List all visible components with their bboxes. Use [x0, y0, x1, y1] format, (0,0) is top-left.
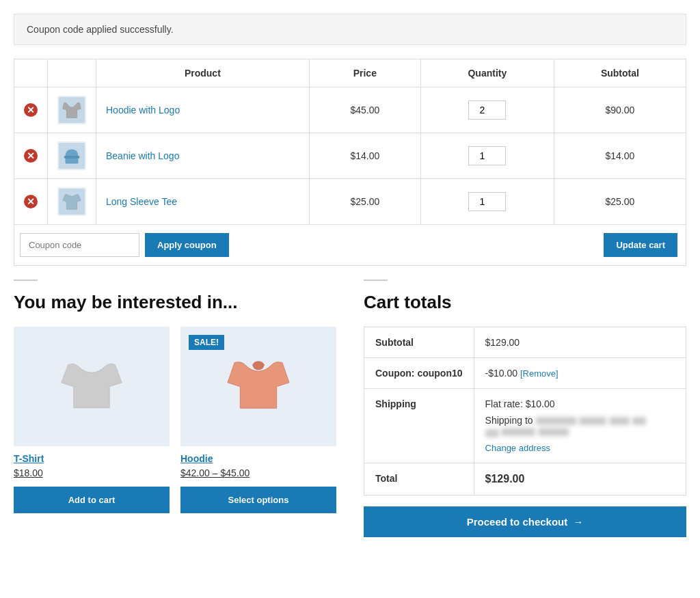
totals-divider	[364, 280, 388, 281]
remove-coupon-link[interactable]: [Remove]	[520, 368, 558, 379]
quantity-cell	[420, 179, 554, 225]
totals-shipping-cell: Flat rate: $10.00 Shipping to Change add…	[474, 389, 686, 463]
totals-label: Total	[364, 463, 474, 495]
remove-cell: ✕	[14, 133, 48, 179]
totals-table: Subtotal$129.00Coupon: coupon10 -$10.00 …	[364, 327, 686, 495]
product-card-price: $42.00 – $45.00	[180, 467, 336, 478]
product-card: SALE! Hoodie $42.00 – $45.00 Select opti…	[180, 327, 336, 513]
products-grid: T-Shirt $18.00 Add to cart SALE! Hoodie …	[14, 327, 336, 513]
interested-divider	[14, 280, 38, 281]
product-card: T-Shirt $18.00 Add to cart	[14, 327, 170, 513]
flat-rate-text: Flat rate: $10.00	[485, 398, 675, 409]
quantity-input[interactable]	[468, 146, 506, 165]
col-price: Price	[309, 59, 420, 87]
subtotal-cell: $14.00	[554, 133, 686, 179]
checkout-label: Proceed to checkout	[467, 516, 568, 528]
change-address-link[interactable]: Change address	[485, 443, 675, 453]
table-row: ✕ Beanie with Logo $14.00 $14.00	[14, 133, 686, 179]
add-to-cart-button[interactable]: Add to cart	[14, 487, 170, 513]
product-card-price: $18.00	[14, 467, 170, 478]
interested-title: You may be interested in...	[14, 292, 336, 313]
price-cell: $25.00	[309, 179, 420, 225]
col-remove	[14, 59, 48, 87]
thumb-cell	[48, 87, 96, 133]
sale-badge: SALE!	[189, 335, 224, 350]
interested-section: You may be interested in... T-Shirt $18.…	[14, 280, 336, 537]
table-row: ✕ Hoodie with Logo $45.00 $90.00	[14, 87, 686, 133]
product-thumbnail	[57, 141, 86, 170]
col-product: Product	[96, 59, 310, 87]
proceed-to-checkout-button[interactable]: Proceed to checkout →	[364, 506, 686, 537]
notice-text: Coupon code applied successfully.	[27, 24, 174, 35]
price-cell: $45.00	[309, 87, 420, 133]
update-cart-button[interactable]: Update cart	[604, 233, 677, 257]
product-name-cell: Hoodie with Logo	[96, 87, 310, 133]
product-name-cell: Beanie with Logo	[96, 133, 310, 179]
product-image	[224, 351, 293, 422]
totals-label: Subtotal	[364, 327, 474, 358]
quantity-input[interactable]	[468, 192, 506, 211]
shipping-to-text: Shipping to	[485, 415, 675, 437]
cart-totals-section: Cart totals Subtotal$129.00Coupon: coupo…	[364, 280, 686, 537]
apply-coupon-button[interactable]: Apply coupon	[145, 233, 229, 257]
product-link[interactable]: Long Sleeve Tee	[106, 196, 177, 207]
totals-label: Shipping	[364, 389, 474, 463]
totals-label: Coupon: coupon10	[364, 358, 474, 389]
cart-table: Product Price Quantity Subtotal ✕ Hoodie…	[14, 59, 686, 266]
checkout-arrow: →	[573, 516, 583, 528]
product-image-wrap	[14, 327, 170, 446]
cart-totals-title: Cart totals	[364, 292, 686, 313]
product-image-wrap: SALE!	[180, 327, 336, 446]
product-link[interactable]: Beanie with Logo	[106, 150, 179, 161]
svg-rect-3	[64, 156, 80, 159]
totals-total-cell: $129.00	[474, 463, 686, 495]
product-name-cell: Long Sleeve Tee	[96, 179, 310, 225]
product-link[interactable]: Hoodie with Logo	[106, 105, 180, 115]
remove-cell: ✕	[14, 179, 48, 225]
product-card-name[interactable]: T-Shirt	[14, 453, 170, 464]
totals-row: Subtotal$129.00	[364, 327, 686, 358]
quantity-cell	[420, 87, 554, 133]
product-image	[57, 355, 126, 418]
subtotal-cell: $25.00	[554, 179, 686, 225]
totals-row: Coupon: coupon10 -$10.00 [Remove]	[364, 358, 686, 389]
price-cell: $14.00	[309, 133, 420, 179]
success-notice: Coupon code applied successfully.	[14, 14, 686, 45]
quantity-cell	[420, 133, 554, 179]
subtotal-cell: $90.00	[554, 87, 686, 133]
remove-icon[interactable]: ✕	[24, 149, 38, 163]
remove-cell: ✕	[14, 87, 48, 133]
totals-value-cell: -$10.00 [Remove]	[474, 358, 686, 389]
thumb-cell	[48, 179, 96, 225]
table-row: ✕ Long Sleeve Tee $25.00 $25.00	[14, 179, 686, 225]
coupon-input[interactable]	[20, 233, 139, 257]
col-thumb	[48, 59, 96, 87]
select-options-button[interactable]: Select options	[180, 487, 336, 513]
product-thumbnail	[57, 187, 86, 216]
totals-row: Total $129.00	[364, 463, 686, 495]
col-quantity: Quantity	[420, 59, 554, 87]
totals-row: Shipping Flat rate: $10.00 Shipping to C…	[364, 389, 686, 463]
totals-value-cell: $129.00	[474, 327, 686, 358]
col-subtotal: Subtotal	[554, 59, 686, 87]
product-card-name[interactable]: Hoodie	[180, 453, 336, 464]
remove-icon[interactable]: ✕	[24, 103, 38, 117]
quantity-input[interactable]	[468, 100, 506, 120]
remove-icon[interactable]: ✕	[24, 195, 38, 208]
thumb-cell	[48, 133, 96, 179]
product-thumbnail	[57, 96, 86, 124]
total-amount: $129.00	[485, 473, 525, 485]
